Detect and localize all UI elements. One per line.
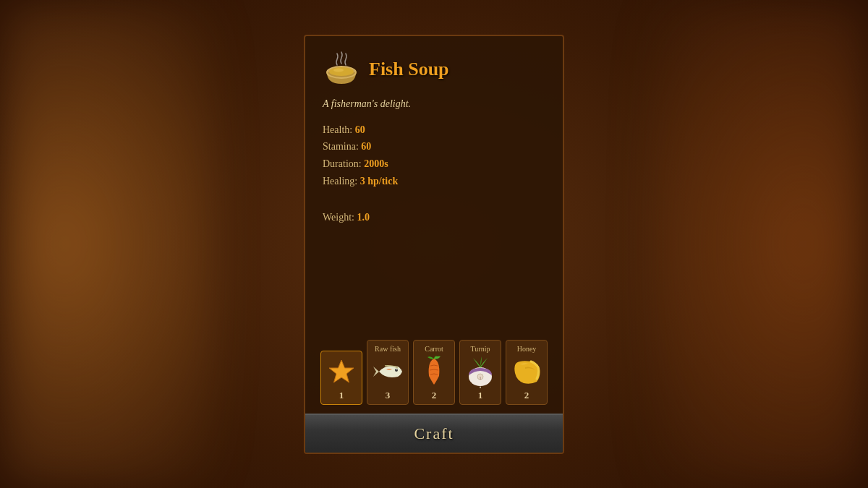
fish-svg <box>372 359 404 384</box>
ingredient-star: 1 <box>320 351 362 405</box>
carrot-label: Carrot <box>425 345 443 353</box>
ingredient-raw-fish: Raw fish 3 <box>367 340 409 405</box>
bg-blur-right <box>651 0 868 488</box>
bg-blur-left <box>0 0 217 488</box>
honey-count: 2 <box>524 390 529 401</box>
item-title: Fish Soup <box>369 59 449 80</box>
spacer <box>323 226 545 330</box>
honey-svg <box>511 357 542 386</box>
svg-text:1: 1 <box>479 375 482 381</box>
carrot-svg <box>420 356 448 388</box>
star-icon-container <box>326 356 357 388</box>
ingredient-carrot: Carrot 2 <box>413 340 455 405</box>
weight-stat: Weight: 1.0 <box>323 209 545 226</box>
honey-label: Honey <box>517 345 537 353</box>
panel-header: Fish Soup <box>323 51 545 88</box>
carrot-count: 2 <box>432 390 437 401</box>
honey-icon <box>511 356 542 388</box>
star-icon <box>328 358 355 385</box>
soup-icon <box>323 51 360 88</box>
svg-point-6 <box>396 369 397 369</box>
ingredients-row: 1 Raw fish 3 <box>323 331 545 411</box>
raw-fish-label: Raw fish <box>375 345 401 353</box>
craft-button[interactable]: Craft <box>305 414 563 453</box>
carrot-icon <box>418 356 450 388</box>
turnip-icon: 1 <box>464 356 496 388</box>
ingredient-honey: Honey 2 <box>506 340 548 405</box>
item-panel: Fish Soup A fisherman's delight. Health:… <box>304 35 564 454</box>
turnip-svg: 1 <box>466 355 495 388</box>
stats-section: Health: 60 Stamina: 60 Duration: 2000s H… <box>323 121 545 190</box>
duration-stat: Duration: 2000s <box>323 155 545 173</box>
healing-stat: Healing: 3 hp/tick <box>323 173 545 190</box>
svg-marker-4 <box>329 360 354 382</box>
raw-fish-count: 3 <box>386 390 391 401</box>
stamina-stat: Stamina: 60 <box>323 138 545 155</box>
turnip-count: 1 <box>478 390 483 401</box>
svg-point-3 <box>333 68 344 72</box>
svg-point-5 <box>395 369 398 372</box>
item-description: A fisherman's delight. <box>323 98 545 110</box>
ingredient-turnip: Turnip 1 1 <box>459 340 501 405</box>
health-stat: Health: 60 <box>323 121 545 139</box>
raw-fish-icon <box>372 356 404 388</box>
star-count: 1 <box>339 390 344 401</box>
turnip-label: Turnip <box>471 345 490 353</box>
